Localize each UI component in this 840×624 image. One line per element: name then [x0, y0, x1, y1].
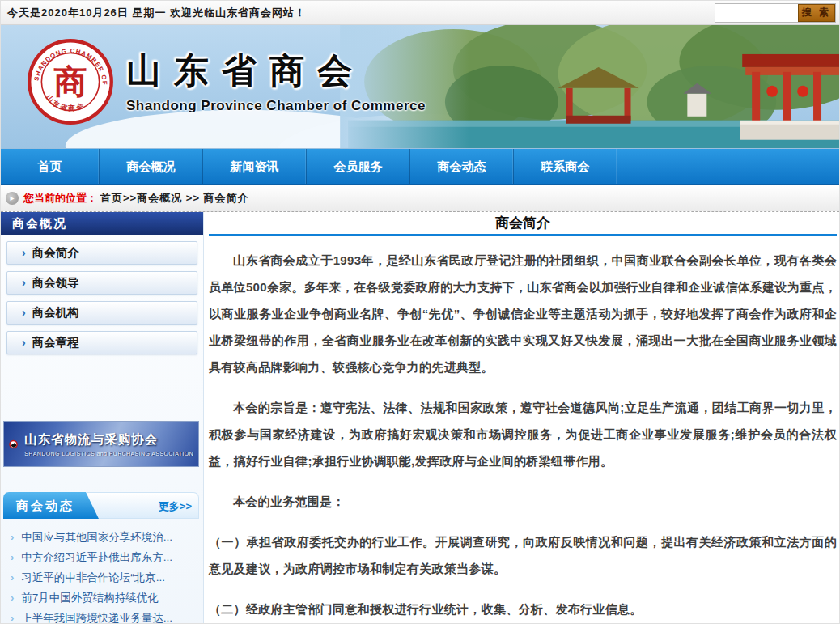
site-title: 山东省商会 [126, 48, 426, 95]
chevron-right-icon: › [22, 306, 26, 319]
logistics-logo-icon [9, 427, 18, 462]
paragraph: （二）经政府主管部门同意和授权进行行业统计，收集、分析、发布行业信息。 [209, 596, 837, 622]
chevron-circle-icon: ▸ [6, 192, 19, 205]
page-title: 商会简介 [209, 212, 837, 236]
topbar: 今天是2020年10月26日 星期一 欢迎光临山东省商会网站！ 搜 索 [1, 1, 839, 25]
chevron-right-icon: › [22, 336, 26, 349]
banner-texts: 山东省物流与采购协会 SHANDONG LOGISTICS and PURCHA… [24, 431, 193, 456]
paragraph: 本会的业务范围是： [209, 488, 837, 515]
chevron-right-icon: › [22, 246, 26, 259]
sidebar-item-label: 商会章程 [32, 336, 79, 349]
nav-item-news[interactable]: 新闻资讯 [203, 149, 307, 184]
arrow-bullet-icon: › [11, 612, 14, 624]
news-item[interactable]: ›上半年我国跨境快递业务量达... [11, 608, 203, 624]
page: 今天是2020年10月26日 星期一 欢迎光临山东省商会网站！ 搜 索 [0, 0, 840, 624]
news-item[interactable]: ›中方介绍习近平赴俄出席东方... [11, 547, 203, 567]
sidebar-item-label: 商会领导 [32, 276, 79, 289]
nav-item-home[interactable]: 首页 [1, 149, 100, 184]
arrow-bullet-icon: › [11, 571, 14, 584]
nav-item-member-services[interactable]: 会员服务 [307, 149, 410, 184]
content-area: 商会概况 ›商会简介 ›商会领导 ›商会机构 ›商会章程 山东省物流与采购协会 … [1, 212, 839, 624]
news-item-text: 习近平的中非合作论坛“北京... [21, 571, 165, 584]
search-box: 搜 索 [715, 3, 836, 23]
nav-item-overview[interactable]: 商会概况 [100, 149, 203, 184]
news-header: 商会动态 更多>> [3, 492, 199, 519]
news-item[interactable]: ›前7月中国外贸结构持续优化 [11, 588, 203, 608]
sidebar-item-intro[interactable]: ›商会简介 [6, 241, 197, 265]
article-body: 山东省商会成立于1993年，是经山东省民政厅登记注册的社团组织，中国商业联合会副… [209, 247, 837, 624]
chamber-logo: SHANDONG CHAMBER OF COMMERCE 山 东 省 商 会 商 [27, 38, 114, 125]
nav-item-chamber-trends[interactable]: 商会动态 [410, 149, 514, 184]
banner-subtitle: SHANDONG LOGISTICS and PURCHASING ASSOCI… [24, 451, 193, 456]
logo-center-char: 商 [53, 63, 87, 100]
header-titles: 山东省商会 Shandong Province Chamber of Comme… [126, 48, 426, 114]
news-section-title: 商会动态 [3, 492, 99, 519]
sidebar-item-leaders[interactable]: ›商会领导 [6, 271, 197, 295]
news-header-rest: 更多>> [87, 492, 199, 519]
news-item-text: 上半年我国跨境快递业务量达... [21, 612, 172, 624]
sidebar-item-label: 商会简介 [32, 246, 79, 259]
paragraph: 本会的宗旨是：遵守宪法、法律、法规和国家政策，遵守社会道德风尚;立足生产流通，团… [209, 394, 837, 474]
arrow-bullet-icon: › [11, 592, 14, 604]
news-item-text: 前7月中国外贸结构持续优化 [21, 592, 159, 604]
breadcrumb: ▸ 您当前的位置： 首页>>商会概况 >> 商会简介 [1, 185, 839, 212]
sidebar: 商会概况 ›商会简介 ›商会领导 ›商会机构 ›商会章程 山东省物流与采购协会 … [1, 212, 204, 624]
paragraph: 山东省商会成立于1993年，是经山东省民政厅登记注册的社团组织，中国商业联合会副… [209, 247, 837, 380]
sidebar-item-label: 商会机构 [32, 306, 79, 319]
site-header: SHANDONG CHAMBER OF COMMERCE 山 东 省 商 会 商… [1, 25, 839, 149]
logistics-association-banner[interactable]: 山东省物流与采购协会 SHANDONG LOGISTICS and PURCHA… [3, 421, 199, 467]
breadcrumb-path[interactable]: 首页>>商会概况 >> 商会简介 [100, 191, 249, 206]
arrow-bullet-icon: › [11, 551, 14, 563]
news-list: ›中国应与其他国家分享环境治... ›中方介绍习近平赴俄出席东方... ›习近平… [11, 527, 203, 624]
banner-title: 山东省物流与采购协会 [24, 431, 193, 448]
chevron-right-icon: › [22, 276, 26, 289]
sidebar-item-charter[interactable]: ›商会章程 [6, 331, 197, 354]
site-subtitle: Shandong Province Chamber of Commerce [126, 98, 426, 114]
more-link[interactable]: 更多>> [159, 500, 192, 512]
news-item-text: 中方介绍习近平赴俄出席东方... [21, 551, 172, 563]
news-item[interactable]: ›习近平的中非合作论坛“北京... [11, 567, 203, 588]
nav-item-contact[interactable]: 联系商会 [514, 149, 617, 184]
news-item-text: 中国应与其他国家分享环境治... [21, 531, 172, 543]
breadcrumb-label: 您当前的位置： [23, 191, 97, 206]
chamber-news-module: 商会动态 更多>> ›中国应与其他国家分享环境治... ›中方介绍习近平赴俄出席… [1, 492, 203, 624]
arrow-bullet-icon: › [11, 531, 14, 543]
sidebar-menu: ›商会简介 ›商会领导 ›商会机构 ›商会章程 [6, 241, 197, 354]
sidebar-section-title: 商会概况 [1, 212, 203, 235]
paragraph: （一）承担省政府委托交办的行业工作。开展调查研究，向政府反映情况和问题，提出有关… [209, 528, 837, 582]
article-panel: 商会简介 山东省商会成立于1993年，是经山东省民政厅登记注册的社团组织，中国商… [204, 212, 839, 624]
sidebar-item-organization[interactable]: ›商会机构 [6, 301, 197, 325]
main-nav: 首页 商会概况 新闻资讯 会员服务 商会动态 联系商会 [1, 149, 839, 185]
welcome-text: 今天是2020年10月26日 星期一 欢迎光临山东省商会网站！ [7, 6, 306, 20]
search-button[interactable]: 搜 索 [798, 4, 835, 22]
news-item[interactable]: ›中国应与其他国家分享环境治... [11, 527, 203, 547]
